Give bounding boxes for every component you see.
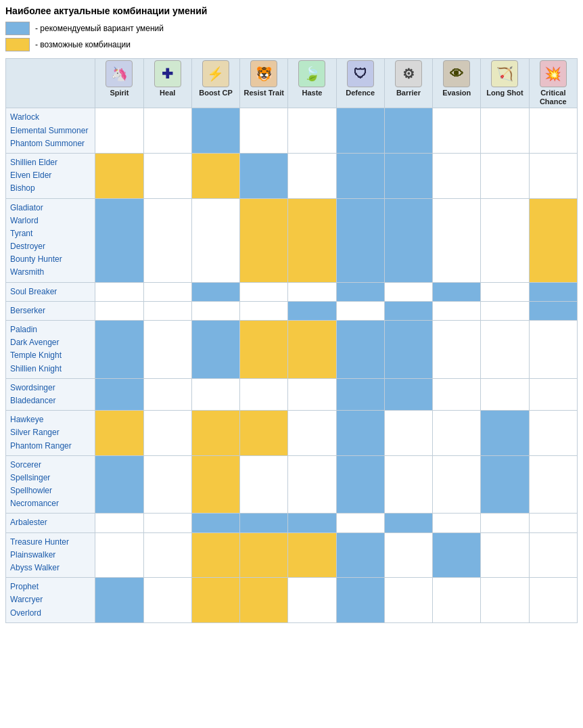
cell-barrier xyxy=(384,411,432,456)
cell-boostcp xyxy=(191,198,239,282)
table-row: Berserker xyxy=(6,301,578,320)
cell-spirit xyxy=(95,411,143,456)
cell-boostcp xyxy=(191,514,239,532)
cell-criticalchance xyxy=(529,153,577,198)
class-name: Hawkeye xyxy=(10,413,91,426)
cell-heal xyxy=(143,411,191,456)
class-name: Treasure Hunter xyxy=(10,536,91,549)
header-spirit: 🦄 Spirit xyxy=(95,59,143,108)
cell-longshot xyxy=(481,411,529,456)
cell-heal xyxy=(143,514,191,532)
cell-longshot xyxy=(481,455,529,514)
class-name: Necromancer xyxy=(10,497,91,510)
cell-haste xyxy=(288,532,336,578)
class-cell: Shillien ElderElven ElderBishop xyxy=(6,153,95,198)
cell-criticalchance xyxy=(529,198,577,282)
page-title: Наиболее актуальные комбинации умений xyxy=(5,5,578,16)
cell-evasion xyxy=(433,108,481,154)
heal-icon: ✚ xyxy=(154,60,181,87)
cell-longshot xyxy=(481,378,529,410)
table-row: HawkeyeSilver RangerPhantom Ranger xyxy=(6,411,578,456)
cell-criticalchance xyxy=(529,532,577,578)
cell-barrier xyxy=(384,108,432,154)
cell-spirit xyxy=(95,514,143,532)
cell-boostcp xyxy=(191,282,239,301)
class-name: Phantom Summoner xyxy=(10,137,91,150)
cell-haste xyxy=(288,321,336,379)
cell-boostcp xyxy=(191,378,239,410)
longshot-label: Long Shot xyxy=(486,89,523,97)
table-row: PaladinDark AvengerTemple KnightShillien… xyxy=(6,321,578,379)
cell-resisttrait xyxy=(240,282,288,301)
cell-defence xyxy=(336,532,384,578)
haste-icon: 🍃 xyxy=(298,60,325,87)
class-name: Destroyer xyxy=(10,240,91,253)
cell-heal xyxy=(143,532,191,578)
cell-barrier xyxy=(384,578,432,623)
cell-resisttrait xyxy=(240,411,288,456)
spirit-icon: 🦄 xyxy=(106,60,133,87)
class-cell: Soul Breaker xyxy=(6,282,95,301)
cell-evasion xyxy=(433,578,481,623)
legend-blue-box xyxy=(5,22,30,35)
class-name: Warsmith xyxy=(10,266,91,279)
cell-evasion xyxy=(433,532,481,578)
evasion-label: Evasion xyxy=(442,89,471,97)
cell-haste xyxy=(288,578,336,623)
legend-possible: - возможные комбинации xyxy=(5,38,578,51)
cell-barrier xyxy=(384,282,432,301)
header-barrier: ⚙ Barrier xyxy=(384,59,432,108)
cell-longshot xyxy=(481,321,529,379)
criticalchance-label: Critical Chance xyxy=(531,89,576,106)
cell-longshot xyxy=(481,108,529,154)
class-cell: GladiatorWarlordTyrantDestroyerBounty Hu… xyxy=(6,198,95,282)
class-name: Berserker xyxy=(10,304,91,317)
cell-heal xyxy=(143,578,191,623)
class-name: Bladedancer xyxy=(10,394,91,407)
class-name: Elven Elder xyxy=(10,169,91,182)
cell-haste xyxy=(288,282,336,301)
cell-haste xyxy=(288,301,336,320)
barrier-label: Barrier xyxy=(396,89,421,97)
cell-evasion xyxy=(433,153,481,198)
cell-criticalchance xyxy=(529,514,577,532)
cell-boostcp xyxy=(191,321,239,379)
cell-haste xyxy=(288,411,336,456)
cell-defence xyxy=(336,198,384,282)
cell-spirit xyxy=(95,321,143,379)
cell-defence xyxy=(336,321,384,379)
cell-boostcp xyxy=(191,411,239,456)
cell-resisttrait xyxy=(240,153,288,198)
cell-boostcp xyxy=(191,108,239,154)
class-cell: PaladinDark AvengerTemple KnightShillien… xyxy=(6,321,95,379)
class-name: Warlord xyxy=(10,214,91,227)
class-cell: ProphetWarcryerOverlord xyxy=(6,578,95,623)
cell-resisttrait xyxy=(240,321,288,379)
boostcp-icon: ⚡ xyxy=(202,60,229,87)
header-criticalchance: 💥 Critical Chance xyxy=(529,59,577,108)
cell-defence xyxy=(336,378,384,410)
legend-blue-text: - рекомендуемый вариант умений xyxy=(35,24,164,33)
class-name: Soul Breaker xyxy=(10,286,91,298)
skills-table: 🦄 Spirit ✚ Heal ⚡ Boost CP 🐯 Resist Trai… xyxy=(5,58,578,623)
cell-resisttrait xyxy=(240,532,288,578)
cell-haste xyxy=(288,514,336,532)
class-cell: Treasure HunterPlainswalkerAbyss Walker xyxy=(6,532,95,578)
criticalchance-icon: 💥 xyxy=(540,60,567,87)
table-row: Treasure HunterPlainswalkerAbyss Walker xyxy=(6,532,578,578)
cell-barrier xyxy=(384,321,432,379)
class-cell: WarlockElemental SummonerPhantom Summone… xyxy=(6,108,95,154)
class-name: Bishop xyxy=(10,182,91,195)
cell-longshot xyxy=(481,578,529,623)
legend-yellow-text: - возможные комбинации xyxy=(35,40,131,49)
cell-barrier xyxy=(384,153,432,198)
cell-barrier xyxy=(384,455,432,514)
cell-defence xyxy=(336,301,384,320)
class-name: Temple Knight xyxy=(10,349,91,362)
header-evasion: 👁 Evasion xyxy=(433,59,481,108)
class-name: Sorcerer xyxy=(10,459,91,472)
class-name: Paladin xyxy=(10,323,91,336)
cell-longshot xyxy=(481,282,529,301)
cell-heal xyxy=(143,301,191,320)
cell-haste xyxy=(288,455,336,514)
